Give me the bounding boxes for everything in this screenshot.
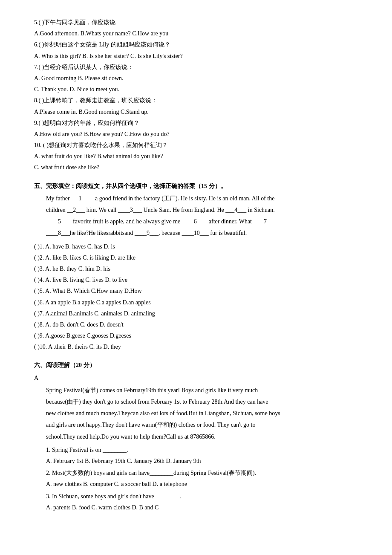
passage-line2: children __2___ him. We call ____3___ Un…: [34, 205, 358, 215]
cloze-item-7: ( )7. A.animal B.animals C. animales D. …: [34, 308, 358, 319]
question-10-option-a: A. what fruit do you like? B.what animal…: [34, 151, 358, 162]
cloze-item-6: ( )6. A an apple B.a apple C.a apples D.…: [34, 297, 358, 308]
cloze-item-9: ( )9. A.goose B.geese C.gooses D.geeses: [34, 330, 358, 341]
question-9-options: A.How old are you? B.How are you? C.How …: [34, 129, 358, 139]
question-6-stem: 6.( )你想明白这个女孩是 Lily 的姐姐吗应该如何说？: [34, 39, 358, 50]
question-8-stem: 8.( )上课铃响了，教师走进教室，班长应该说：: [34, 95, 358, 106]
reading-passage-line4: and girls are not happy.They don't have …: [34, 419, 358, 430]
reading-passage-line1: Spring Festival(春节) comes on February19t…: [34, 385, 358, 396]
passage-line4: ____8___he like?He likesrabbitsand ____9…: [34, 228, 358, 238]
section5-title: 五、完形填空：阅读短文，并从四个选项中，选择正确的答案（15 分）。: [34, 181, 358, 191]
question-10-stem: 10. ( )想征询对方喜欢吃什么水果，应如何样征询？: [34, 140, 358, 150]
question-8-options: A.Please come in. B.Good morning C.Stand…: [34, 107, 358, 117]
reading-q-1-stem: 1. Spring Festival is on ________.: [46, 445, 358, 455]
question-10-option-b: C. what fruit dose she like?: [34, 162, 358, 173]
reading-q-2-stem: 2. Most(大多数的) boys and girls can have___…: [46, 468, 358, 478]
reading-q-3-stem: 3. In Sichuan, some boys and girls don't…: [46, 491, 358, 502]
question-5-options: A.Good afternoon. B.Whats your name? C.H…: [34, 28, 358, 39]
reading-q-3-options: A. parents B. food C. warm clothes D. B …: [46, 502, 358, 513]
passage-line1: My father __ 1____ a good friend in the …: [34, 193, 358, 204]
question-7-option-a: A. Good morning B. Please sit down.: [34, 73, 358, 84]
reading-questions: 1. Spring Festival is on ________.A. Feb…: [34, 445, 358, 513]
cloze-item-2: ( )2. A. like B. likes C. is liking D. a…: [34, 252, 358, 263]
cloze-item-1: ( )1. A. have B. haves C. has D. is: [34, 241, 358, 252]
section6-title: 六、阅读理解（20 分）: [34, 360, 358, 370]
main-content: 5.( )下午与同学见面，你应该说____ A.Good afternoon. …: [34, 17, 358, 513]
question-9-stem: 9.( )想明白对方的年龄，应如何样征询？: [34, 118, 358, 128]
passage-line3: ____5____favorite fruit is apple, and he…: [34, 216, 358, 227]
cloze-item-8: ( )8. A. do B. don't C. does D. doesn't: [34, 319, 358, 330]
question-7-option-b: C. Thank you. D. Nice to meet you.: [34, 84, 358, 95]
question-6-options: A. Who is this girl? B. Is she her siste…: [34, 51, 358, 61]
cloze-items: ( )1. A. have B. haves C. has D. is( )2.…: [34, 241, 358, 353]
reading-passage-line5: school.They need help.Do you want to hel…: [34, 431, 358, 442]
reading-passage-line3: new clothes and much money.Theycan also …: [34, 408, 358, 419]
reading-q-2-options: A. new clothes B. computer C. a soccer b…: [46, 479, 358, 489]
cloze-item-3: ( )3. A. he B. they C. him D. his: [34, 263, 358, 274]
cloze-item-4: ( )4. A. live B. living C. lives D. to l…: [34, 275, 358, 285]
reading-passage-line2: because(由于) they don't go to school from…: [34, 396, 358, 407]
section6-sub-title: A: [34, 373, 358, 383]
reading-q-1-options: A. February 1st B. February 19th C. Janu…: [46, 456, 358, 466]
cloze-item-10: ( )10. A .their B. theirs C. its D. they: [34, 341, 358, 352]
question-5-stem: 5.( )下午与同学见面，你应该说____: [34, 17, 358, 28]
question-7-stem: 7.( )当经介绍后认识某人，你应该说：: [34, 62, 358, 72]
cloze-item-5: ( )5. A. What B. Which C.How many D.How: [34, 286, 358, 296]
